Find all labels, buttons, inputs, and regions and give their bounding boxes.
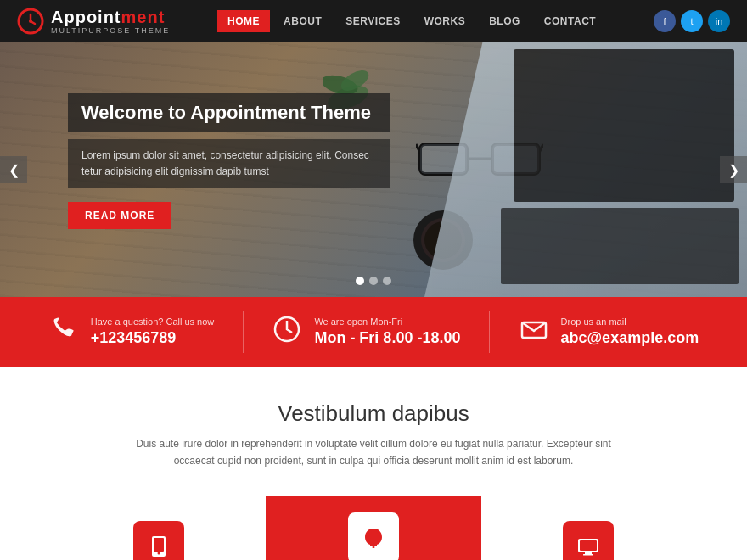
hero-desc-box: Lorem ipsum dolor sit amet, consectetur … <box>68 139 390 188</box>
read-more-button[interactable]: Read More <box>68 202 171 229</box>
info-bar: Have a question? Call us now +123456789 … <box>0 297 747 367</box>
phone-value: +123456789 <box>91 329 215 347</box>
linkedin-icon[interactable]: in <box>708 10 730 32</box>
svg-rect-20 <box>154 538 164 552</box>
logo-ment: ment <box>121 8 166 26</box>
logo-subtitle: Multipurpose Theme <box>51 27 170 35</box>
nav-blog[interactable]: BLOG <box>479 10 531 32</box>
twitter-icon[interactable]: t <box>681 10 703 32</box>
email-label: Drop us an mail <box>561 316 699 327</box>
slider-next-arrow[interactable]: ❯ <box>720 156 747 183</box>
info-hours: We are open Mon-Fri Mon - Fri 8.00 -18.0… <box>272 314 460 350</box>
nav-contact[interactable]: CONTACT <box>534 10 606 32</box>
logo: Appointment Multipurpose Theme <box>17 8 170 35</box>
svg-rect-24 <box>580 540 597 551</box>
slider-dot-3[interactable] <box>383 277 391 285</box>
social-icons: f t in <box>654 10 730 32</box>
phone-info: Have a question? Call us now +123456789 <box>91 316 215 347</box>
hero-title: Welcome to Appointment Theme <box>81 102 377 124</box>
info-email: Drop us an mail abc@example.com <box>519 314 699 350</box>
hero-content: Welcome to Appointment Theme Lorem ipsum… <box>68 93 390 229</box>
logo-icon <box>17 8 44 35</box>
header: Appointment Multipurpose Theme HOME ABOU… <box>0 0 747 42</box>
service-card-1: Service One Lorem ipsum dolor sit amet, … <box>51 496 266 560</box>
email-icon <box>519 314 549 350</box>
hero-description: Lorem ipsum dolor sit amet, consectetur … <box>81 148 377 180</box>
info-phone: Have a question? Call us now +123456789 <box>48 314 215 350</box>
service-card-2: Service Two Lorem ipsum dolor sit amet, … <box>266 496 480 560</box>
facebook-icon[interactable]: f <box>654 10 676 32</box>
nav-about[interactable]: ABOUT <box>273 10 332 32</box>
hours-label: We are open Mon-Fri <box>314 316 460 327</box>
service-icon-1 <box>133 521 184 560</box>
email-info: Drop us an mail abc@example.com <box>561 316 699 347</box>
phone-icon <box>48 314 79 350</box>
services-grid: Service One Lorem ipsum dolor sit amet, … <box>51 496 696 560</box>
svg-rect-26 <box>583 554 593 556</box>
slider-prev-arrow[interactable]: ❮ <box>0 156 27 183</box>
nav-menu: HOME ABOUT SERVICES WORKS BLOG CONTACT <box>217 10 606 32</box>
svg-rect-25 <box>585 552 592 554</box>
nav-works[interactable]: WORKS <box>414 10 476 32</box>
nav-services[interactable]: SERVICES <box>335 10 410 32</box>
clock-icon <box>272 314 302 350</box>
slider-dot-2[interactable] <box>369 277 378 285</box>
nav-home[interactable]: HOME <box>217 10 270 32</box>
hero-title-box: Welcome to Appointment Theme <box>68 93 390 132</box>
services-description: Duis aute irure dolor in reprehenderit i… <box>127 435 620 470</box>
svg-rect-22 <box>372 546 374 548</box>
logo-text: Appointment Multipurpose Theme <box>51 8 170 35</box>
service-icon-3 <box>563 521 614 560</box>
hours-value: Mon - Fri 8.00 -18.00 <box>314 329 460 347</box>
info-divider-1 <box>243 311 244 353</box>
slider-dot-1[interactable] <box>356 277 364 285</box>
logo-appoint: Appoint <box>51 8 121 26</box>
slider-dots <box>356 277 391 285</box>
services-title: Vestibulum dapibus <box>51 400 696 427</box>
service-card-3: Service Three Lorem ipsum dolor sit amet… <box>481 496 696 560</box>
service-icon-2 <box>348 512 399 560</box>
email-value: abc@example.com <box>561 329 699 347</box>
hours-info: We are open Mon-Fri Mon - Fri 8.00 -18.0… <box>314 316 460 347</box>
info-divider-2 <box>489 311 490 353</box>
services-section: Vestibulum dapibus Duis aute irure dolor… <box>0 367 747 560</box>
svg-point-21 <box>157 552 160 554</box>
hero-slider: Welcome to Appointment Theme Lorem ipsum… <box>0 42 747 297</box>
svg-point-3 <box>29 20 32 23</box>
phone-label: Have a question? Call us now <box>91 316 215 327</box>
